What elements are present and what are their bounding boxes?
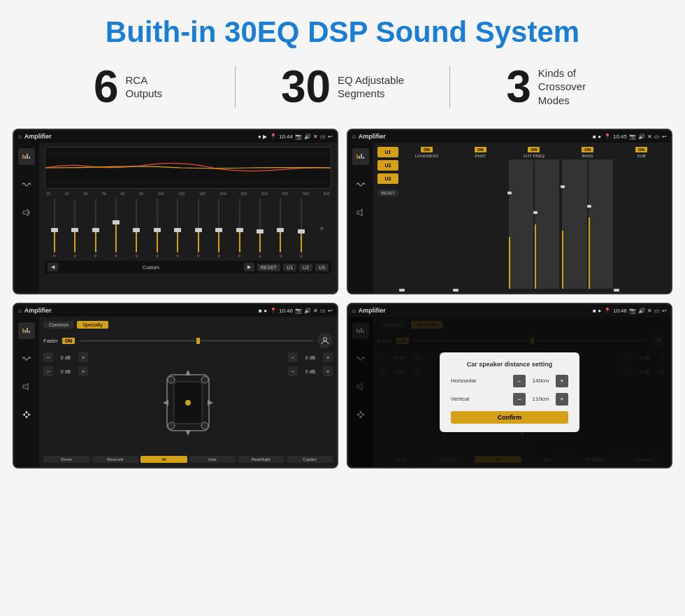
stat-eq-number: 30 bbox=[281, 64, 331, 109]
eq-prev-btn[interactable]: ◀ bbox=[48, 263, 58, 271]
stat-rca-number: 6 bbox=[94, 64, 119, 109]
eq-sliders: 0 0 0 5 bbox=[45, 199, 331, 258]
eq-slider-8[interactable]: 0 bbox=[209, 199, 228, 258]
vol-minus-rr[interactable]: − bbox=[288, 366, 298, 376]
dialog-horizontal-minus[interactable]: − bbox=[513, 375, 526, 387]
eq-slider-4[interactable]: 0 bbox=[127, 199, 146, 258]
vol-minus-rl[interactable]: − bbox=[43, 366, 53, 376]
nav-driver[interactable]: Driver bbox=[43, 456, 90, 463]
home-icon-2[interactable]: ⌂ bbox=[352, 134, 356, 140]
crossover-content: U1 U2 U3 RESET ON LOUDNESS bbox=[373, 143, 671, 293]
fader-person-btn[interactable] bbox=[317, 333, 333, 348]
eq-slider-12[interactable]: -1 bbox=[291, 199, 310, 258]
stat-rca-text: RCA Outputs bbox=[126, 73, 163, 101]
arrows-icon-3[interactable] bbox=[18, 406, 35, 423]
eq-slider-expand[interactable]: » bbox=[312, 199, 331, 258]
dialog-vertical-row: Vertical − 110cm + bbox=[451, 393, 568, 406]
screen-fader: ⌂ Amplifier ■ ● 📍10:46 📷🔊✕▭↩ bbox=[13, 303, 338, 468]
preset-u3[interactable]: U3 bbox=[377, 173, 398, 184]
wave-icon-2[interactable] bbox=[352, 176, 369, 193]
wave-icon[interactable] bbox=[18, 176, 35, 193]
stat-crossover-number: 3 bbox=[506, 64, 531, 109]
bass-on-btn[interactable]: ON bbox=[582, 147, 593, 152]
phat-on-btn[interactable]: ON bbox=[475, 147, 486, 152]
nav-rearright[interactable]: RearRight bbox=[238, 456, 284, 463]
dialog-vertical-label: Vertical bbox=[451, 396, 469, 402]
eq-icon[interactable] bbox=[18, 148, 35, 165]
sub-label: SUB bbox=[637, 154, 645, 158]
eq-slider-6[interactable]: 0 bbox=[168, 199, 187, 258]
eq-slider-11[interactable]: 0 bbox=[271, 199, 290, 258]
eq-slider-2[interactable]: 0 bbox=[86, 199, 105, 258]
dialog-horizontal-label: Horizontal bbox=[451, 378, 476, 384]
cutfreq-on-btn[interactable]: ON bbox=[528, 147, 540, 152]
svg-point-30 bbox=[168, 376, 175, 383]
crossover-reset-btn[interactable]: RESET bbox=[377, 189, 398, 196]
vol-val-rr: 0 dB bbox=[301, 369, 320, 374]
eq-play-btn[interactable]: ▶ bbox=[244, 263, 254, 271]
vol-side-icon-3[interactable] bbox=[18, 378, 35, 395]
preset-u1[interactable]: U1 bbox=[377, 147, 398, 157]
eq-slider-1[interactable]: 0 bbox=[65, 199, 84, 258]
vol-plus-fr[interactable]: + bbox=[323, 352, 333, 362]
vol-icon-1: 🔊 bbox=[304, 134, 311, 140]
eq-slider-7[interactable]: 0 bbox=[189, 199, 208, 258]
side-icons-1 bbox=[14, 143, 39, 293]
vol-plus-rr[interactable]: + bbox=[323, 366, 333, 376]
eq-u2-btn[interactable]: U2 bbox=[299, 264, 312, 271]
x-icon-1: ✕ bbox=[313, 134, 318, 140]
eq-slider-3[interactable]: 5 bbox=[106, 199, 125, 258]
tab-common[interactable]: Common bbox=[43, 321, 74, 329]
nav-rearleft[interactable]: RearLeft bbox=[92, 456, 139, 463]
eq-reset-btn[interactable]: RESET bbox=[257, 264, 280, 271]
eq-u3-btn[interactable]: U3 bbox=[315, 264, 329, 271]
screen-body-1: 253240506380100125160200250320400500630 … bbox=[14, 143, 337, 293]
status-bar-1: ⌂ Amplifier ● ▶ 📍 10:44 📷 🔊 ✕ ▭ ↩ bbox=[14, 130, 337, 143]
preset-u2[interactable]: U2 bbox=[377, 160, 398, 171]
back-icon-1: ↩ bbox=[328, 134, 333, 140]
vol-side-icon[interactable] bbox=[18, 204, 35, 221]
fader-content: Common Specialty Fader ON bbox=[39, 317, 337, 467]
dialog-vertical-plus[interactable]: + bbox=[556, 393, 568, 406]
eq-slider-10[interactable]: -1 bbox=[250, 199, 269, 258]
vol-minus-fl[interactable]: − bbox=[43, 352, 53, 362]
eq-freq-labels: 253240506380100125160200250320400500630 bbox=[45, 192, 331, 196]
eq-slider-9[interactable]: 0 bbox=[230, 199, 249, 258]
eq-slider-0[interactable]: 0 bbox=[45, 199, 64, 258]
eq-icon-3[interactable] bbox=[18, 322, 35, 339]
vol-plus-rl[interactable]: + bbox=[78, 366, 88, 376]
eq-icon-2[interactable] bbox=[352, 148, 369, 165]
crossover-presets: U1 U2 U3 RESET bbox=[377, 147, 398, 289]
vol-row-fl: − 0 dB + bbox=[43, 352, 88, 362]
stat-divider-1 bbox=[235, 66, 236, 108]
dialog-vertical-minus[interactable]: − bbox=[513, 393, 526, 406]
fader-on-btn[interactable]: ON bbox=[62, 338, 75, 344]
tab-specialty[interactable]: Specialty bbox=[77, 321, 108, 329]
nav-user[interactable]: User bbox=[189, 456, 236, 463]
fader-tabs: Common Specialty bbox=[43, 321, 333, 329]
svg-marker-28 bbox=[163, 400, 168, 406]
dialog-horizontal-plus[interactable]: + bbox=[556, 375, 568, 387]
status-right-1: 📍 10:44 📷 🔊 ✕ ▭ ↩ bbox=[270, 134, 333, 140]
home-icon-3[interactable]: ⌂ bbox=[18, 308, 22, 314]
nav-copilot[interactable]: Copilot bbox=[287, 456, 333, 463]
wave-icon-3[interactable] bbox=[18, 350, 35, 367]
svg-point-25 bbox=[185, 400, 191, 406]
eq-slider-5[interactable]: 0 bbox=[147, 199, 166, 258]
vol-minus-fr[interactable]: − bbox=[288, 352, 298, 362]
page-title: Buith-in 30EQ DSP Sound System bbox=[0, 0, 685, 59]
loudness-on-btn[interactable]: ON bbox=[421, 147, 433, 152]
svg-marker-4 bbox=[23, 209, 28, 216]
cross-col-bass: ON BASS bbox=[562, 147, 613, 289]
dialog-confirm-button[interactable]: Confirm bbox=[451, 411, 568, 424]
nav-all[interactable]: All bbox=[140, 456, 187, 463]
eq-u1-btn[interactable]: U1 bbox=[283, 264, 296, 271]
sub-on-btn[interactable]: ON bbox=[635, 147, 647, 152]
vol-plus-fl[interactable]: + bbox=[78, 352, 88, 362]
screenshots-grid: ⌂ Amplifier ● ▶ 📍 10:44 📷 🔊 ✕ ▭ ↩ bbox=[0, 122, 685, 482]
home-icon-1[interactable]: ⌂ bbox=[18, 134, 22, 140]
dialog-vertical-controls: − 110cm + bbox=[513, 393, 568, 406]
vol-side-icon-2[interactable] bbox=[352, 204, 369, 221]
home-icon-4[interactable]: ⌂ bbox=[352, 308, 356, 314]
cam-icon-1: 📷 bbox=[295, 134, 302, 140]
